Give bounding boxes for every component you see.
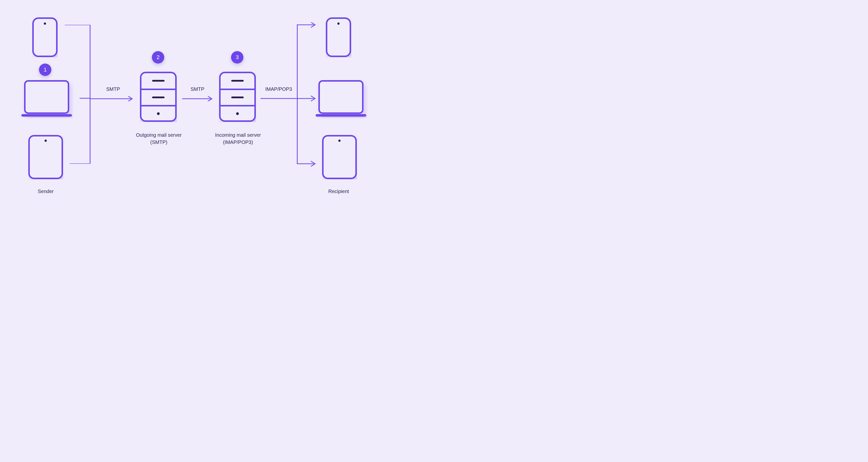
svg-rect-4: [29, 136, 62, 178]
svg-rect-14: [152, 80, 164, 82]
svg-point-16: [157, 113, 160, 115]
outgoing-server-line1: Outgoing mail server: [136, 132, 182, 138]
arrow-2: [182, 96, 214, 101]
sender-label: Sender: [38, 189, 54, 194]
arrow-1: [90, 96, 135, 101]
recipient-tablet-icon: [322, 135, 357, 179]
arrow-1-label: SMTP: [106, 86, 120, 92]
badge-1: 1: [39, 63, 51, 76]
sender-bracket: [58, 25, 97, 164]
sender-phone-icon: [32, 17, 58, 57]
outgoing-server-label: Outgoing mail server (SMTP): [134, 131, 184, 146]
incoming-server-line2: (IMAP/POP3): [223, 140, 253, 145]
svg-rect-21: [231, 80, 244, 82]
diagram-canvas: 1 Sender: [0, 0, 386, 206]
outgoing-server-line2: (SMTP): [150, 140, 167, 145]
incoming-server-label: Incoming mail server (IMAP/POP3): [213, 131, 263, 146]
recipient-laptop-icon: [314, 80, 368, 118]
svg-point-5: [45, 140, 47, 142]
arrow-2-label: SMTP: [191, 86, 205, 92]
outgoing-server-icon: [140, 71, 177, 122]
svg-rect-15: [152, 96, 164, 98]
badge-2: 2: [152, 51, 164, 63]
recipient-bracket: [260, 22, 318, 171]
badge-1-text: 1: [44, 66, 46, 73]
svg-rect-22: [231, 96, 244, 98]
incoming-server-line1: Incoming mail server: [215, 132, 261, 138]
svg-point-34: [338, 140, 341, 142]
svg-rect-33: [323, 136, 356, 178]
recipient-phone-icon: [326, 17, 351, 57]
badge-3: 3: [231, 51, 243, 63]
recipient-label: Recipient: [328, 189, 349, 194]
svg-point-23: [236, 113, 239, 115]
svg-rect-31: [319, 81, 363, 113]
incoming-server-icon: [219, 71, 256, 122]
svg-point-30: [338, 23, 340, 25]
svg-point-1: [44, 23, 46, 25]
svg-rect-32: [316, 114, 366, 117]
badge-3-text: 3: [236, 54, 239, 61]
badge-2-text: 2: [157, 54, 160, 61]
